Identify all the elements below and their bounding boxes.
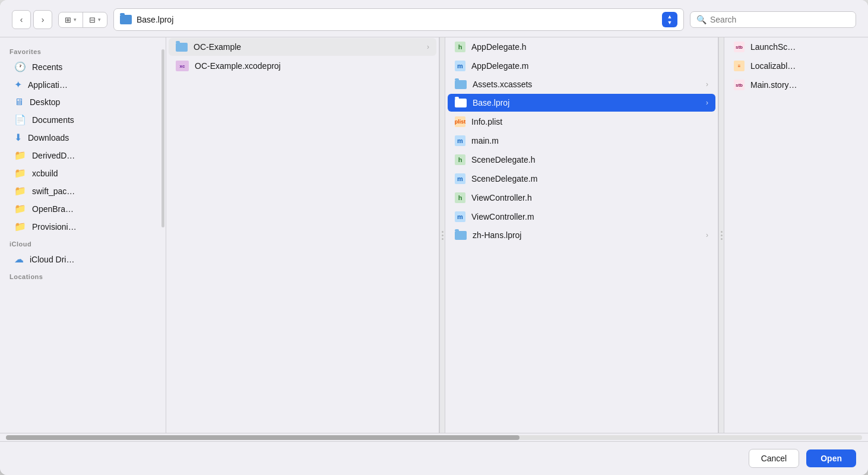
cancel-button[interactable]: Cancel (749, 449, 800, 468)
grid-icon: ⊟ (89, 15, 96, 24)
file-label: AppDelegate.h (471, 42, 708, 52)
folder-icon: 📁 (14, 150, 26, 161)
divider-handle (442, 231, 443, 240)
file-picker-dialog: ‹ › ⊞ ▾ ⊟ ▾ Base.lproj ▲ ▼ 🔍 (0, 0, 868, 475)
list-item[interactable]: xc OC-Example.xcodeproj (166, 56, 439, 75)
folder-icon (455, 99, 467, 107)
list-item[interactable]: m main.m (445, 131, 718, 150)
list-item[interactable]: Base.lproj › (448, 94, 715, 112)
list-item[interactable]: plist Info.plist (445, 112, 718, 131)
scrollbar-track[interactable] (6, 435, 862, 440)
file-label: OC-Example.xcodeproj (195, 61, 429, 71)
sidebar-item-icloud-drive[interactable]: ☁ iCloud Dri… (5, 251, 161, 268)
list-item[interactable]: Assets.xcassets › (445, 75, 718, 93)
sidebar-item-documents[interactable]: 📄 Documents (5, 111, 161, 128)
sidebar-item-label: Provisioni… (32, 222, 77, 232)
file-label: Main.story… (750, 80, 859, 90)
grid-chevron-icon: ▾ (98, 17, 101, 23)
sidebar-item-provisioning[interactable]: 📁 Provisioni… (5, 218, 161, 235)
file-label: Info.plist (471, 117, 708, 126)
columns-icon: ⊞ (65, 15, 71, 24)
folder-icon: 📁 (14, 221, 26, 232)
forward-button[interactable]: › (33, 10, 52, 29)
download-icon: ⬇ (14, 132, 22, 143)
file-pane-2: h AppDelegate.h m AppDelegate.m Assets.x… (445, 37, 718, 433)
list-item[interactable]: m ViewController.m (445, 207, 718, 226)
h-file-icon: h (455, 192, 465, 203)
folder-icon (176, 43, 188, 52)
m-file-icon: m (455, 61, 465, 71)
list-item[interactable]: stb Main.story… (724, 75, 868, 94)
file-label: Localizabl… (750, 61, 859, 71)
folder-icon: 📁 (14, 185, 26, 197)
sidebar-scrollbar[interactable] (161, 49, 164, 227)
list-item[interactable]: m SceneDelegate.m (445, 169, 718, 188)
sidebar-item-openbra[interactable]: 📁 OpenBra… (5, 200, 161, 217)
apps-icon: ✦ (14, 79, 22, 90)
list-item[interactable]: m AppDelegate.m (445, 56, 718, 75)
location-bar[interactable]: Base.lproj ▲ ▼ (113, 8, 684, 31)
open-button[interactable]: Open (806, 449, 856, 467)
strings-icon: ≡ (734, 61, 745, 71)
h-file-icon: h (455, 154, 465, 165)
sidebar-item-label: Applicati… (28, 80, 68, 90)
sidebar-item-recents[interactable]: 🕐 Recents (5, 58, 161, 75)
list-item[interactable]: zh-Hans.lproj › (445, 226, 718, 244)
pane-divider-1[interactable] (439, 37, 445, 433)
file-label: OC-Example (194, 42, 421, 52)
icloud-header: iCloud (0, 236, 166, 250)
folder-icon: 📁 (14, 167, 26, 179)
nav-buttons: ‹ › (12, 10, 52, 29)
file-label: ViewController.m (471, 212, 708, 221)
file-label: SceneDelegate.h (471, 155, 708, 164)
sidebar-item-applications[interactable]: ✦ Applicati… (5, 76, 161, 93)
file-label: LaunchSc… (750, 42, 859, 52)
locations-header: Locations (0, 268, 166, 283)
list-item[interactable]: h SceneDelegate.h (445, 150, 718, 169)
sidebar-item-xcbuild[interactable]: 📁 xcbuild (5, 164, 161, 182)
sidebar-item-swift-pac[interactable]: 📁 swift_pac… (5, 182, 161, 200)
folder-icon (455, 80, 467, 89)
icloud-icon: ☁ (14, 254, 24, 265)
file-label: SceneDelegate.m (471, 174, 708, 183)
list-item[interactable]: OC-Example › (169, 38, 436, 56)
list-item[interactable]: h AppDelegate.h (445, 37, 718, 56)
file-label: ViewController.h (471, 193, 708, 202)
location-folder-icon (120, 15, 132, 24)
bottom-bar: Cancel Open (0, 441, 868, 475)
pane-divider-2[interactable] (718, 37, 724, 433)
sidebar-item-label: Documents (32, 115, 74, 125)
location-arrows-button[interactable]: ▲ ▼ (662, 12, 677, 27)
content-area: Favorites 🕐 Recents ✦ Applicati… 🖥 Deskt… (0, 37, 868, 433)
m-file-icon: m (455, 211, 465, 222)
back-button[interactable]: ‹ (12, 10, 31, 29)
sidebar-item-desktop[interactable]: 🖥 Desktop (5, 94, 161, 110)
list-item[interactable]: stb LaunchSc… (724, 37, 868, 56)
scrollbar-thumb[interactable] (6, 435, 519, 440)
columns-chevron-icon: ▾ (74, 17, 77, 23)
list-item[interactable]: h ViewController.h (445, 188, 718, 207)
file-pane-1: OC-Example › xc OC-Example.xcodeproj (166, 37, 439, 433)
folder-icon (455, 231, 467, 240)
clock-icon: 🕐 (14, 61, 26, 72)
file-label: AppDelegate.m (471, 61, 708, 71)
desktop-icon: 🖥 (14, 97, 24, 107)
file-browser: OC-Example › xc OC-Example.xcodeproj (166, 37, 868, 433)
chevron-right-icon: › (706, 99, 708, 107)
search-input[interactable] (710, 15, 850, 24)
search-icon: 🔍 (696, 15, 707, 24)
sidebar-item-derived[interactable]: 📁 DerivedD… (5, 147, 161, 164)
sidebar-item-downloads[interactable]: ⬇ Downloads (5, 129, 161, 146)
m-file-icon: m (455, 173, 465, 184)
sidebar-item-label: Recents (32, 62, 62, 72)
h-file-icon: h (455, 42, 465, 52)
columns-view-button[interactable]: ⊞ ▾ (59, 12, 83, 27)
plist-icon: plist (455, 116, 465, 127)
chevron-right-icon: › (706, 80, 708, 88)
list-item[interactable]: ≡ Localizabl… (724, 56, 868, 75)
search-bar[interactable]: 🔍 (690, 11, 856, 28)
location-text: Base.lproj (137, 15, 657, 24)
sidebar-item-label: swift_pac… (32, 186, 75, 196)
toolbar: ‹ › ⊞ ▾ ⊟ ▾ Base.lproj ▲ ▼ 🔍 (0, 0, 868, 37)
grid-view-button[interactable]: ⊟ ▾ (83, 12, 107, 27)
